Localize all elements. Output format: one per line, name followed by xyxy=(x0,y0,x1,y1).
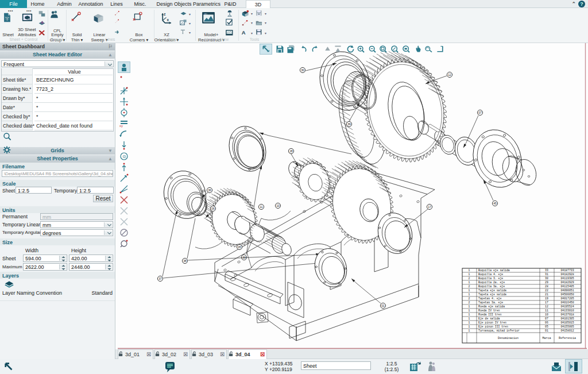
svg-text:⊙: ⊙ xyxy=(122,154,126,159)
svg-text:04500050: 04500050 xyxy=(560,293,574,296)
svg-text:04195524: 04195524 xyxy=(560,305,574,308)
svg-text:45: 45 xyxy=(493,202,497,205)
svg-text:1: 1 xyxy=(469,309,470,312)
svg-text:04101305: 04101305 xyxy=(560,317,574,320)
svg-text:04017205: 04017205 xyxy=(560,297,574,300)
svg-text:04115405: 04115405 xyxy=(560,285,574,288)
svg-text:Tapetas 4. eje: Tapetas 4. eje xyxy=(478,297,501,300)
svg-text:01: 01 xyxy=(545,329,548,332)
svg-text:1: 1 xyxy=(469,313,470,316)
svg-text:2: 2 xyxy=(469,301,470,304)
svg-text:04105015: 04105015 xyxy=(560,321,574,324)
svg-text:17: 17 xyxy=(545,301,548,304)
svg-text:Rueda eje salida: Rueda eje salida xyxy=(478,305,505,308)
svg-text:28: 28 xyxy=(289,149,293,153)
svg-text:21: 21 xyxy=(545,293,548,296)
svg-text:04182929: 04182929 xyxy=(560,281,574,284)
svg-text:1: 1 xyxy=(469,305,470,308)
svg-text:36: 36 xyxy=(208,188,211,192)
svg-text:38: 38 xyxy=(183,259,187,263)
svg-text:1: 1 xyxy=(469,293,470,296)
svg-text:1: 1 xyxy=(469,289,470,292)
svg-text:04158012: 04158012 xyxy=(560,329,574,332)
svg-text:1: 1 xyxy=(469,329,470,332)
svg-text:10: 10 xyxy=(276,204,280,207)
svg-text:Marca: Marca xyxy=(542,337,551,340)
svg-text:Tapeta eje salida: Tapeta eje salida xyxy=(478,293,506,296)
svg-text:04090051: 04090051 xyxy=(560,289,574,292)
svg-text:1: 1 xyxy=(469,321,470,324)
svg-text:33: 33 xyxy=(545,269,548,272)
svg-text:30: 30 xyxy=(301,68,304,72)
svg-text:01: 01 xyxy=(381,304,385,307)
svg-text:12: 12 xyxy=(545,305,548,308)
svg-text:Tapeta eje salida: Tapeta eje salida xyxy=(478,289,506,292)
svg-text:Rueda IV tren: Rueda IV tren xyxy=(478,309,500,312)
svg-text:Boquilla 3. eje: Boquilla 3. eje xyxy=(478,277,503,280)
svg-text:04137018: 04137018 xyxy=(560,313,574,316)
svg-text:Boquilla eje salida: Boquilla eje salida xyxy=(478,269,510,272)
svg-text:05: 05 xyxy=(545,325,548,328)
svg-text:Boquilla 4. eje: Boquilla 4. eje xyxy=(478,273,503,276)
svg-text:31: 31 xyxy=(545,273,548,276)
svg-text:19: 19 xyxy=(545,297,548,300)
svg-text:2: 2 xyxy=(469,277,470,280)
svg-text:28: 28 xyxy=(545,285,548,288)
svg-text:29: 29 xyxy=(545,281,548,284)
svg-text:37: 37 xyxy=(158,277,162,280)
svg-text:Eje pinon IV tren: Eje pinon IV tren xyxy=(478,321,506,324)
svg-text:1: 1 xyxy=(469,281,470,284)
svg-text:Eje pinon III tren: Eje pinon III tren xyxy=(478,325,508,328)
svg-text:04119305: 04119305 xyxy=(560,277,574,280)
svg-text:22: 22 xyxy=(545,289,548,292)
svg-text:1: 1 xyxy=(469,325,470,328)
svg-text:06: 06 xyxy=(545,321,548,324)
svg-text:Boquilla 3a. eje: Boquilla 3a. eje xyxy=(478,285,505,288)
svg-text:11: 11 xyxy=(545,309,548,312)
svg-text:04182928: 04182928 xyxy=(560,273,574,276)
svg-text:30: 30 xyxy=(545,277,548,280)
svg-text:07: 07 xyxy=(478,111,482,114)
svg-text:Boquilla 2a. eje: Boquilla 2a. eje xyxy=(478,281,505,284)
svg-text:33: 33 xyxy=(242,256,246,259)
svg-text:39: 39 xyxy=(347,122,351,126)
svg-text:04016450: 04016450 xyxy=(560,301,574,304)
svg-text:06: 06 xyxy=(211,207,215,210)
svg-text:10: 10 xyxy=(545,313,548,316)
svg-text:1: 1 xyxy=(469,269,470,272)
svg-text:04187733: 04187733 xyxy=(560,269,574,272)
svg-text:05: 05 xyxy=(238,245,241,249)
svg-text:2: 2 xyxy=(469,297,470,300)
svg-text:17: 17 xyxy=(428,205,431,209)
svg-text:Tapetas 3a. eje: Tapetas 3a. eje xyxy=(478,301,503,304)
svg-text:Denominacion: Denominacion xyxy=(498,337,519,340)
svg-text:xy: xy xyxy=(119,124,123,128)
svg-text:Referencia: Referencia xyxy=(559,337,576,340)
svg-text:11: 11 xyxy=(260,205,262,209)
svg-text:04133010: 04133010 xyxy=(560,309,574,312)
svg-text:Eje de salida: Eje de salida xyxy=(478,317,500,320)
svg-text:12: 12 xyxy=(448,73,451,76)
svg-text:1: 1 xyxy=(469,317,470,320)
svg-text:Tornasopa, mitad inferior: Tornasopa, mitad inferior xyxy=(478,329,520,332)
svg-text:1: 1 xyxy=(469,273,470,276)
svg-text:2: 2 xyxy=(469,285,470,288)
svg-text:Rueda III tren: Rueda III tren xyxy=(478,313,501,316)
svg-text:07: 07 xyxy=(545,317,548,320)
svg-text:04155005: 04155005 xyxy=(560,325,574,328)
